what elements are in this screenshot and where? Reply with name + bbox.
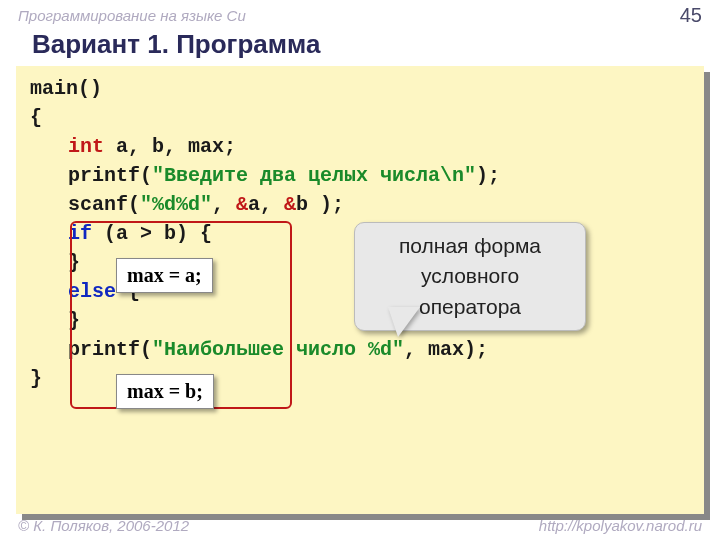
var: a, bbox=[248, 193, 284, 216]
header-bar: Программирование на языке Си 45 bbox=[0, 0, 720, 27]
code-line: } bbox=[30, 367, 42, 390]
code-container: main() { int a, b, max; printf("Введите … bbox=[16, 66, 704, 514]
overlay-max-b: max = b; bbox=[116, 374, 214, 409]
code-end: , max); bbox=[404, 338, 488, 361]
code-end: ); bbox=[476, 164, 500, 187]
slide-title: Вариант 1. Программа bbox=[0, 27, 720, 66]
callout-tail bbox=[388, 307, 420, 337]
overlay-max-a: max = a; bbox=[116, 258, 213, 293]
page-number: 45 bbox=[680, 4, 702, 27]
callout-line: оператора bbox=[419, 295, 521, 318]
code-line: { bbox=[30, 106, 42, 129]
copyright: © К. Поляков, 2006-2012 bbox=[18, 517, 189, 534]
callout-line: условного bbox=[421, 264, 519, 287]
str-literal: "%d%d" bbox=[140, 193, 212, 216]
code-block: main() { int a, b, max; printf("Введите … bbox=[16, 66, 704, 514]
sep: , bbox=[212, 193, 236, 216]
course-name: Программирование на языке Си bbox=[18, 7, 246, 24]
amp: & bbox=[284, 193, 296, 216]
code-line: scanf("%d%d", &a, &b ); bbox=[30, 190, 690, 219]
str-literal: "Введите два целых числа\n" bbox=[152, 164, 476, 187]
amp: & bbox=[236, 193, 248, 216]
callout-line: полная форма bbox=[399, 234, 541, 257]
code-line: printf("Введите два целых числа\n"); bbox=[30, 161, 690, 190]
code-line: main() bbox=[30, 77, 102, 100]
fn-printf: printf( bbox=[68, 164, 152, 187]
code-line: int a, b, max; bbox=[30, 132, 690, 161]
var: b ); bbox=[296, 193, 344, 216]
fn-scanf: scanf( bbox=[68, 193, 140, 216]
footer-url: http://kpolyakov.narod.ru bbox=[539, 517, 702, 534]
footer-bar: © К. Поляков, 2006-2012 http://kpolyakov… bbox=[0, 517, 720, 534]
kw-int: int bbox=[68, 135, 104, 158]
code-vars: a, b, max; bbox=[104, 135, 236, 158]
